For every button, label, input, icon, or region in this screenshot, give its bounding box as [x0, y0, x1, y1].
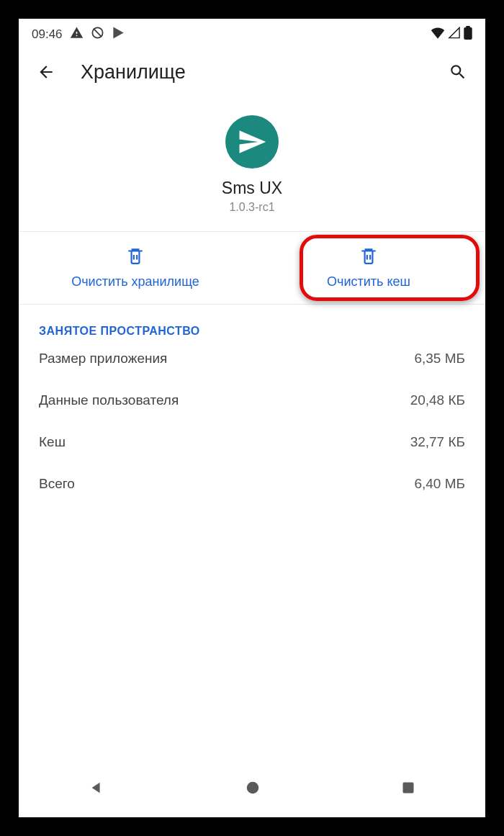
- row-user-data: Данные пользователя 20,48 КБ: [39, 392, 465, 408]
- row-label: Кеш: [39, 434, 66, 450]
- app-version: 1.0.3-rc1: [229, 201, 274, 214]
- nav-home-button[interactable]: [245, 780, 261, 799]
- back-button[interactable]: [35, 60, 58, 84]
- clear-storage-label: Очистить хранилище: [71, 274, 199, 289]
- search-button[interactable]: [446, 60, 469, 84]
- nav-bar: [19, 763, 485, 817]
- clear-storage-button[interactable]: Очистить хранилище: [19, 232, 252, 304]
- svg-rect-3: [466, 26, 470, 28]
- warning-icon: [70, 26, 84, 43]
- row-cache: Кеш 32,77 КБ: [39, 434, 465, 450]
- trash-icon: [126, 246, 145, 269]
- clear-cache-button[interactable]: Очистить кеш: [252, 232, 485, 304]
- wifi-icon: [431, 27, 445, 42]
- row-total: Всего 6,40 МБ: [39, 476, 465, 492]
- nav-recent-button[interactable]: [401, 781, 415, 798]
- battery-icon: [464, 26, 472, 43]
- action-row: Очистить хранилище Очистить кеш: [19, 231, 485, 305]
- row-value: 6,40 МБ: [414, 476, 465, 492]
- signal-icon: [448, 27, 461, 42]
- svg-point-4: [247, 782, 259, 794]
- row-app-size: Размер приложения 6,35 МБ: [39, 351, 465, 367]
- highlight-annotation: [300, 235, 480, 301]
- page-title: Хранилище: [81, 61, 186, 84]
- row-value: 32,77 КБ: [410, 434, 465, 450]
- row-label: Размер приложения: [39, 351, 167, 367]
- storage-section: ЗАНЯТОЕ ПРОСТРАНСТВО Размер приложения 6…: [19, 305, 485, 518]
- section-header: ЗАНЯТОЕ ПРОСТРАНСТВО: [39, 325, 465, 338]
- row-label: Всего: [39, 476, 75, 492]
- svg-rect-2: [464, 27, 472, 40]
- no-sign-icon: [91, 26, 104, 43]
- play-verified-icon: [112, 26, 125, 43]
- status-bar: 09:46: [19, 19, 485, 48]
- row-value: 6,35 МБ: [414, 351, 465, 367]
- row-value: 20,48 КБ: [410, 392, 465, 408]
- app-info: Sms UX 1.0.3-rc1: [19, 96, 485, 231]
- svg-rect-5: [402, 783, 413, 794]
- status-time: 09:46: [32, 27, 63, 42]
- app-name: Sms UX: [222, 179, 282, 198]
- trash-icon: [359, 246, 378, 269]
- app-bar: Хранилище: [19, 48, 485, 96]
- row-label: Данные пользователя: [39, 392, 179, 408]
- phone-frame: 09:46 Хранилище: [19, 19, 485, 817]
- svg-line-1: [94, 29, 102, 37]
- clear-cache-label: Очистить кеш: [327, 274, 410, 289]
- app-icon: [225, 115, 279, 168]
- nav-back-button[interactable]: [89, 780, 104, 799]
